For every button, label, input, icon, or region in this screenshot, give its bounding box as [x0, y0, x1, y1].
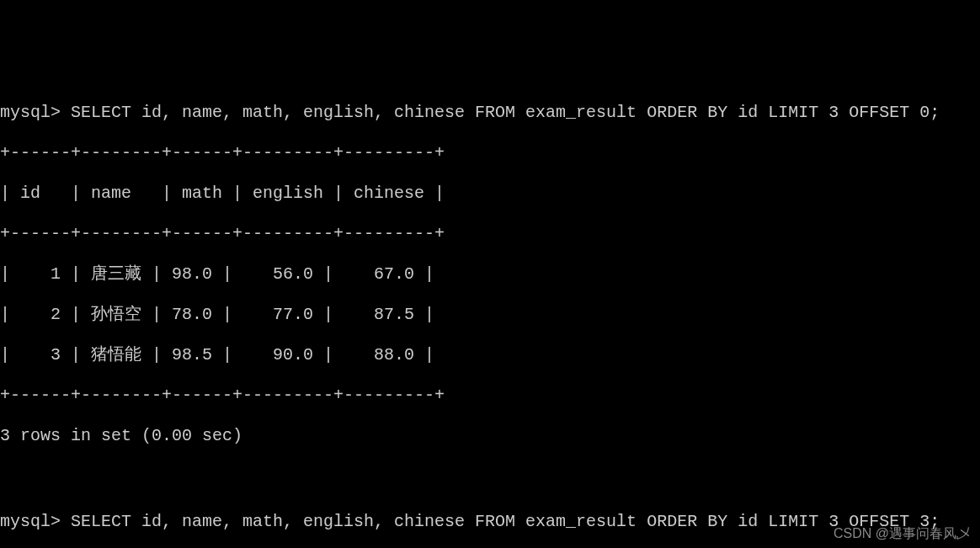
table-row: | 3 | 猪悟能 | 98.5 | 90.0 | 88.0 | — [0, 345, 980, 365]
watermark: CSDN @遇事问春风乄 — [834, 525, 970, 541]
table-header: | id | name | math | english | chinese | — [0, 184, 980, 204]
status-line: 3 rows in set (0.00 sec) — [0, 426, 980, 446]
table-border-bottom: +------+--------+------+---------+------… — [0, 386, 980, 406]
sql-prompt-1[interactable]: mysql> SELECT id, name, math, english, c… — [0, 103, 980, 123]
table-border-top: +------+--------+------+---------+------… — [0, 143, 980, 163]
table-row: | 2 | 孙悟空 | 78.0 | 77.0 | 87.5 | — [0, 305, 980, 325]
table-border-mid: +------+--------+------+---------+------… — [0, 224, 980, 244]
query-block-1: mysql> SELECT id, name, math, english, c… — [0, 82, 980, 470]
table-row: | 1 | 唐三藏 | 98.0 | 56.0 | 67.0 | — [0, 264, 980, 285]
